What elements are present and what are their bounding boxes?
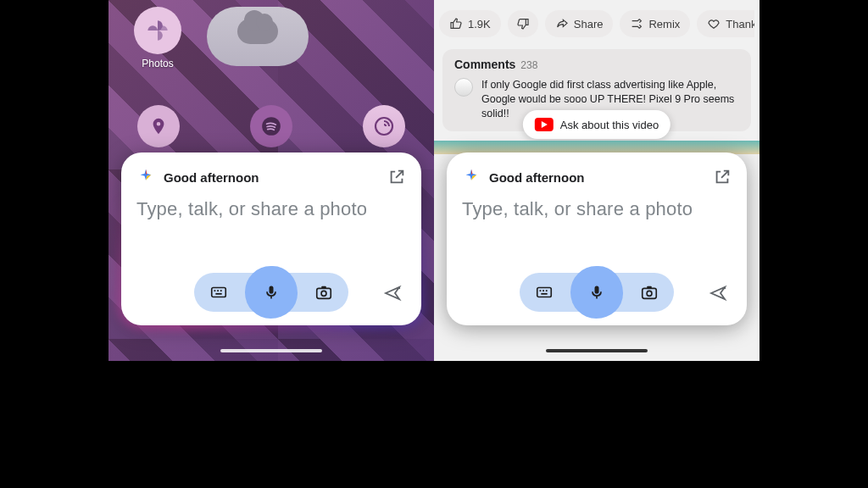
avatar xyxy=(454,78,473,97)
remix-button[interactable]: Remix xyxy=(620,10,690,37)
phone-youtube-screen: 1.9K Share Remix Thanks xyxy=(434,0,760,488)
thumbs-down-icon xyxy=(516,17,530,30)
svg-rect-12 xyxy=(540,290,542,291)
svg-point-10 xyxy=(398,287,400,289)
ask-chip-label: Ask about this video xyxy=(560,119,659,131)
send-icon[interactable] xyxy=(708,283,728,303)
app-photos[interactable]: Photos xyxy=(134,7,181,69)
dislike-button[interactable] xyxy=(508,10,538,37)
app-maps[interactable] xyxy=(137,105,180,147)
app-spotify[interactable] xyxy=(250,105,292,147)
share-button[interactable]: Share xyxy=(545,10,614,37)
assistant-placeholder[interactable]: Type, talk, or share a photo xyxy=(136,198,406,220)
app-label: Photos xyxy=(142,58,173,69)
dock xyxy=(108,105,434,147)
share-label: Share xyxy=(574,18,604,30)
share-icon xyxy=(555,17,569,30)
svg-rect-6 xyxy=(215,293,221,295)
like-count: 1.9K xyxy=(468,18,491,30)
sparkle-icon xyxy=(462,168,481,186)
svg-rect-4 xyxy=(217,290,219,291)
remix-icon xyxy=(630,17,643,30)
keyboard-icon[interactable] xyxy=(208,281,230,303)
comments-title: Comments xyxy=(454,58,515,71)
camera-icon[interactable] xyxy=(638,281,660,303)
input-mode-row xyxy=(447,273,747,312)
spotify-icon xyxy=(260,115,282,137)
popout-icon[interactable] xyxy=(713,168,732,186)
svg-point-17 xyxy=(647,291,652,296)
svg-rect-7 xyxy=(317,288,331,298)
ask-about-video-chip[interactable]: Ask about this video xyxy=(523,110,670,139)
svg-rect-3 xyxy=(214,290,216,291)
phone-home-screen: Photos xyxy=(108,0,434,488)
comments-count: 238 xyxy=(520,59,537,71)
video-action-row: 1.9K Share Remix Thanks xyxy=(439,10,754,37)
assistant-card[interactable]: Good afternoon Type, talk, or share a ph… xyxy=(121,152,421,325)
camera-icon[interactable] xyxy=(313,281,335,303)
svg-rect-2 xyxy=(212,288,226,297)
sparkle-icon xyxy=(136,168,155,186)
mic-button[interactable] xyxy=(577,273,616,312)
app-pocketcasts[interactable] xyxy=(363,105,405,147)
thanks-label: Thanks xyxy=(726,18,754,30)
weather-widget[interactable] xyxy=(207,7,309,66)
input-mode-row xyxy=(121,273,421,312)
svg-rect-16 xyxy=(643,288,657,298)
svg-rect-18 xyxy=(647,286,652,289)
thumbs-up-icon xyxy=(449,17,463,30)
greeting-text: Good afternoon xyxy=(164,170,387,185)
send-icon[interactable] xyxy=(382,283,403,303)
heart-icon xyxy=(707,17,721,30)
microphone-icon xyxy=(588,284,605,301)
pin-icon xyxy=(149,117,168,136)
cloud-icon xyxy=(237,19,278,44)
popout-icon[interactable] xyxy=(387,168,406,186)
pocketcasts-icon xyxy=(374,116,394,136)
svg-rect-15 xyxy=(541,293,547,295)
youtube-icon xyxy=(535,118,554,131)
remix-label: Remix xyxy=(648,18,680,30)
home-indicator[interactable] xyxy=(546,349,648,352)
svg-rect-5 xyxy=(220,290,222,291)
photos-icon xyxy=(134,7,181,54)
microphone-icon xyxy=(263,284,280,301)
mic-button[interactable] xyxy=(252,273,291,312)
svg-rect-9 xyxy=(321,286,326,289)
svg-point-19 xyxy=(724,287,726,289)
svg-point-8 xyxy=(321,291,326,296)
home-indicator[interactable] xyxy=(220,349,322,352)
greeting-text: Good afternoon xyxy=(489,170,713,185)
thanks-button[interactable]: Thanks xyxy=(697,10,754,37)
assistant-placeholder[interactable]: Type, talk, or share a photo xyxy=(462,198,732,220)
svg-rect-13 xyxy=(542,290,544,291)
svg-rect-14 xyxy=(546,290,548,291)
assistant-card[interactable]: Good afternoon Type, talk, or share a ph… xyxy=(447,152,747,325)
keyboard-icon[interactable] xyxy=(533,281,555,303)
svg-rect-11 xyxy=(537,288,552,297)
like-button[interactable]: 1.9K xyxy=(439,10,501,37)
